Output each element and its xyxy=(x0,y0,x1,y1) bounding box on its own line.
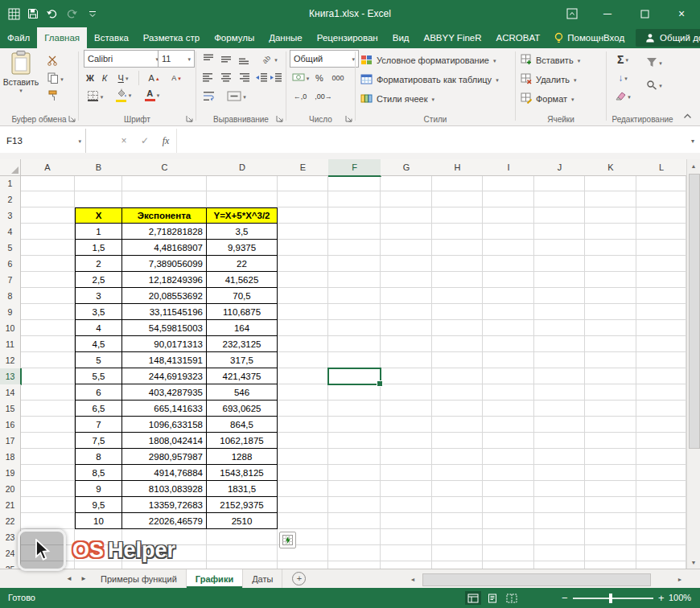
ribbon-tab-Формулы[interactable]: Формулы xyxy=(207,27,261,48)
format-painter-button[interactable] xyxy=(43,88,61,105)
tell-me-button[interactable]: Помощн xyxy=(554,27,603,48)
sort-filter-button[interactable]: ▾ xyxy=(642,55,666,71)
format-as-table-button[interactable]: Форматировать как таблицу ▾ xyxy=(360,71,499,88)
paste-button[interactable]: Вставить ▾ xyxy=(2,51,39,109)
align-center-button[interactable] xyxy=(218,70,234,86)
font-dialog-launcher-icon[interactable] xyxy=(185,115,193,123)
zoom-out-icon[interactable]: − xyxy=(562,588,568,608)
row-header-11[interactable]: 11 xyxy=(0,336,21,353)
clear-button[interactable]: ▾ xyxy=(611,88,635,105)
column-header-H[interactable]: H xyxy=(432,159,484,176)
close-button[interactable]: × xyxy=(663,0,700,27)
select-all-button[interactable] xyxy=(0,159,21,176)
font-color-button[interactable]: А ▾ xyxy=(140,87,164,103)
column-header-G[interactable]: G xyxy=(381,159,433,176)
fill-color-button[interactable]: ▾ xyxy=(111,87,135,103)
zoom-in-icon[interactable]: + xyxy=(658,588,665,608)
column-header-K[interactable]: K xyxy=(585,159,637,176)
borders-button[interactable]: ▾ xyxy=(84,88,106,105)
increase-indent-button[interactable] xyxy=(269,70,283,86)
fill-handle[interactable] xyxy=(377,380,383,387)
row-header-2[interactable]: 2 xyxy=(0,191,21,208)
column-header-J[interactable]: J xyxy=(534,159,586,176)
clipboard-dialog-launcher-icon[interactable] xyxy=(68,115,76,123)
name-box-splitter[interactable] xyxy=(86,129,113,153)
column-header-F[interactable]: F xyxy=(328,159,381,177)
row-header-12[interactable]: 12 xyxy=(0,352,21,369)
ribbon-tab-Главная[interactable]: Главная xyxy=(37,27,87,48)
sheet-tab-Графики[interactable]: Графики xyxy=(187,569,243,588)
increase-decimal-button[interactable]: ←,0 xyxy=(290,88,311,105)
font-name-combo[interactable]: Calibri ▾ xyxy=(84,50,163,68)
normal-view-button[interactable] xyxy=(465,591,481,605)
merge-center-button[interactable]: ▾ xyxy=(222,88,251,105)
row-header-7[interactable]: 7 xyxy=(0,272,21,289)
sheet-nav-right-icon[interactable]: ► xyxy=(77,569,90,588)
sheet-tab-Примеры функций[interactable]: Примеры функций xyxy=(92,569,187,588)
new-sheet-button[interactable]: + xyxy=(292,572,306,585)
ribbon-tab-ABBYY FineR[interactable]: ABBYY FineR xyxy=(417,27,489,48)
ribbon-tab-Данные[interactable]: Данные xyxy=(261,27,310,48)
align-bottom-button[interactable] xyxy=(236,51,252,68)
enter-icon[interactable]: ✓ xyxy=(134,129,155,153)
number-dialog-launcher-icon[interactable] xyxy=(344,115,352,123)
row-header-20[interactable]: 20 xyxy=(0,481,21,498)
decrease-decimal-button[interactable]: ,00→ xyxy=(312,88,335,105)
percent-style-button[interactable]: % xyxy=(313,70,326,86)
fill-button[interactable]: ↓▾ xyxy=(611,70,635,86)
bold-button[interactable]: Ж xyxy=(84,70,97,86)
row-header-1[interactable]: 1 xyxy=(0,175,21,192)
column-header-I[interactable]: I xyxy=(483,159,535,176)
conditional-formatting-button[interactable]: Условное форматирование ▾ xyxy=(360,51,496,69)
decrease-indent-button[interactable] xyxy=(254,70,269,86)
delete-cells-button[interactable]: Удалить ▾ xyxy=(521,71,577,88)
insert-cells-button[interactable]: Вставить ▾ xyxy=(521,51,580,69)
zoom-slider[interactable] xyxy=(573,598,653,599)
vertical-scrollbar-thumb[interactable] xyxy=(689,174,700,449)
copy-button[interactable]: ▾ xyxy=(43,71,68,87)
orientation-button[interactable]: ab▾ xyxy=(257,51,281,68)
row-header-3[interactable]: 3 xyxy=(0,207,21,224)
cut-button[interactable] xyxy=(43,53,61,69)
row-header-5[interactable]: 5 xyxy=(0,240,21,257)
zoom-slider-thumb[interactable] xyxy=(609,594,612,603)
name-box[interactable]: F13 ▾ xyxy=(0,129,86,153)
row-header-19[interactable]: 19 xyxy=(0,465,21,482)
row-header-14[interactable]: 14 xyxy=(0,384,21,401)
ribbon-tab-Файл[interactable]: Файл xyxy=(0,27,37,48)
column-header-E[interactable]: E xyxy=(278,159,329,176)
row-header-21[interactable]: 21 xyxy=(0,497,21,514)
share-button[interactable]: Общий доступ xyxy=(636,29,700,47)
wrap-text-button[interactable] xyxy=(200,88,218,105)
collapse-ribbon-icon[interactable] xyxy=(681,111,694,121)
alignment-dialog-launcher-icon[interactable] xyxy=(275,115,283,123)
cancel-icon[interactable]: × xyxy=(113,129,134,153)
cell-styles-button[interactable]: Стили ячеек ▾ xyxy=(360,90,434,108)
ribbon-tab-Разметка стр[interactable]: Разметка стр xyxy=(136,27,207,48)
scroll-down-icon[interactable]: ▼ xyxy=(687,556,700,569)
scroll-right-icon[interactable]: ► xyxy=(673,573,686,585)
sheet-tab-Даты[interactable]: Даты xyxy=(243,569,282,588)
font-size-combo[interactable]: 11 ▾ xyxy=(158,50,195,68)
sheet-nav-left-icon[interactable]: ◄ xyxy=(63,569,76,588)
ribbon-tab-Рецензирован[interactable]: Рецензирован xyxy=(310,27,385,48)
align-right-button[interactable] xyxy=(236,70,252,86)
row-header-18[interactable]: 18 xyxy=(0,449,21,466)
maximize-button[interactable] xyxy=(626,0,663,27)
minimize-button[interactable]: ─ xyxy=(589,0,626,27)
scroll-up-icon[interactable]: ▲ xyxy=(687,159,700,172)
row-header-17[interactable]: 17 xyxy=(0,433,21,450)
ribbon-tab-Вид[interactable]: Вид xyxy=(385,27,417,48)
column-header-C[interactable]: C xyxy=(122,159,208,176)
format-cells-button[interactable]: Формат ▾ xyxy=(521,90,574,108)
row-header-8[interactable]: 8 xyxy=(0,288,21,305)
sign-in-button[interactable]: Вход xyxy=(603,27,624,48)
quick-analysis-button[interactable] xyxy=(279,532,296,548)
accounting-format-button[interactable]: ▾ xyxy=(290,70,311,86)
row-header-6[interactable]: 6 xyxy=(0,256,21,273)
formula-bar-expand-icon[interactable]: ▾ xyxy=(686,129,700,153)
row-header-10[interactable]: 10 xyxy=(0,320,21,337)
comma-style-button[interactable]: 000 xyxy=(327,70,348,86)
number-format-combo[interactable]: Общий ▾ xyxy=(290,50,359,68)
decrease-font-size-button[interactable]: A▾ xyxy=(166,70,187,86)
